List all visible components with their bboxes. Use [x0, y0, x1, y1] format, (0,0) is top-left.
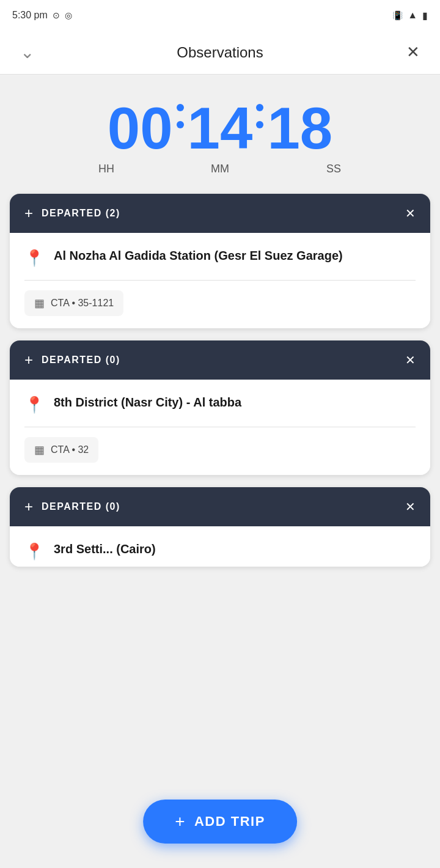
trip-location-name-1: Al Nozha Al Gadida Station (Gesr El Suez…: [54, 248, 343, 264]
timer-seconds: 18: [267, 99, 332, 158]
time-display: 5:30 pm: [12, 10, 48, 21]
trip-group-2: + DEPARTED (0) ✕ 📍 8th District (Nasr Ci…: [10, 340, 430, 475]
page-title: Observations: [39, 44, 401, 61]
trip-divider-1: [24, 280, 416, 281]
battery-icon: ▮: [422, 10, 428, 21]
timer-section: 00 14 18 HH MM SS: [0, 75, 440, 194]
trip-location-name-2: 8th District (Nasr City) - Al tabba: [54, 394, 241, 411]
fab-plus-icon: +: [175, 813, 186, 830]
trip-location-1: 📍 Al Nozha Al Gadida Station (Gesr El Su…: [24, 248, 416, 268]
timer-display: 00 14 18: [108, 99, 332, 158]
timer-label-mm: MM: [177, 163, 263, 175]
grid-icon-2: ▦: [34, 443, 45, 457]
trip-header-left-2: + DEPARTED (0): [24, 351, 120, 369]
trip-header-label-3: DEPARTED (0): [42, 501, 120, 512]
trip-header-1: + DEPARTED (2) ✕: [10, 194, 430, 233]
top-bar: ⌄ Observations ✕: [0, 31, 440, 75]
trip-card-1: 📍 Al Nozha Al Gadida Station (Gesr El Su…: [10, 233, 430, 328]
location-outline-icon: ◎: [65, 10, 72, 20]
timer-label-hh: HH: [64, 163, 149, 175]
location-dot-icon: ⊙: [53, 10, 60, 20]
back-button[interactable]: ⌄: [15, 42, 39, 62]
chevron-down-icon: ⌄: [20, 42, 34, 62]
timer-hours: 00: [108, 99, 173, 158]
status-bar-left: 5:30 pm ⊙ ◎: [12, 10, 72, 21]
trip-group-3: + DEPARTED (0) ✕ 📍 3rd Setti... (Cairo): [10, 487, 430, 567]
location-pin-icon-2: 📍: [24, 395, 44, 414]
timer-sep-2: [256, 99, 263, 128]
status-bar: 5:30 pm ⊙ ◎ 📳 ▲ ▮: [0, 0, 440, 31]
trip-card-3: 📍 3rd Setti... (Cairo): [10, 526, 430, 567]
trip-close-button-3[interactable]: ✕: [405, 499, 416, 514]
trip-close-button-2[interactable]: ✕: [405, 353, 416, 367]
timer-minutes: 14: [188, 99, 253, 158]
trip-divider-2: [24, 427, 416, 427]
trip-cta-2: ▦ CTA • 32: [24, 437, 98, 463]
trip-add-button-2[interactable]: +: [24, 351, 33, 369]
trip-group-1: + DEPARTED (2) ✕ 📍 Al Nozha Al Gadida St…: [10, 194, 430, 328]
trip-header-label-1: DEPARTED (2): [42, 208, 120, 219]
trip-add-button-3[interactable]: +: [24, 498, 33, 515]
trip-header-label-2: DEPARTED (0): [42, 355, 120, 366]
trip-location-2: 📍 8th District (Nasr City) - Al tabba: [24, 394, 416, 414]
trip-add-button-1[interactable]: +: [24, 205, 33, 222]
trip-header-left-3: + DEPARTED (0): [24, 498, 120, 515]
timer-label-ss: SS: [291, 163, 376, 175]
status-bar-right: 📳 ▲ ▮: [392, 10, 428, 21]
trips-section: + DEPARTED (2) ✕ 📍 Al Nozha Al Gadida St…: [0, 194, 440, 640]
location-pin-icon-1: 📍: [24, 249, 44, 268]
fab-label: ADD TRIP: [194, 814, 265, 829]
grid-icon-1: ▦: [34, 296, 45, 310]
trip-location-name-3: 3rd Setti... (Cairo): [54, 541, 156, 557]
trip-cta-1: ▦ CTA • 35-1121: [24, 290, 123, 316]
trip-cta-text-2: CTA • 32: [51, 444, 89, 455]
trip-close-button-1[interactable]: ✕: [405, 206, 416, 221]
location-pin-icon-3: 📍: [24, 542, 44, 561]
trip-header-left-1: + DEPARTED (2): [24, 205, 120, 222]
timer-sep-1: [177, 99, 184, 128]
trip-header-3: + DEPARTED (0) ✕: [10, 487, 430, 526]
close-icon: ✕: [406, 43, 420, 62]
close-button[interactable]: ✕: [401, 43, 425, 62]
wifi-icon: ▲: [408, 10, 417, 21]
trip-card-2: 📍 8th District (Nasr City) - Al tabba ▦ …: [10, 380, 430, 475]
trip-location-3: 📍 3rd Setti... (Cairo): [24, 541, 416, 561]
vibrate-icon: 📳: [392, 10, 403, 20]
trip-cta-text-1: CTA • 35-1121: [51, 298, 114, 309]
timer-labels: HH MM SS: [12, 163, 428, 175]
fab-container: + ADD TRIP: [143, 800, 297, 844]
trip-header-2: + DEPARTED (0) ✕: [10, 340, 430, 380]
add-trip-button[interactable]: + ADD TRIP: [143, 800, 297, 844]
